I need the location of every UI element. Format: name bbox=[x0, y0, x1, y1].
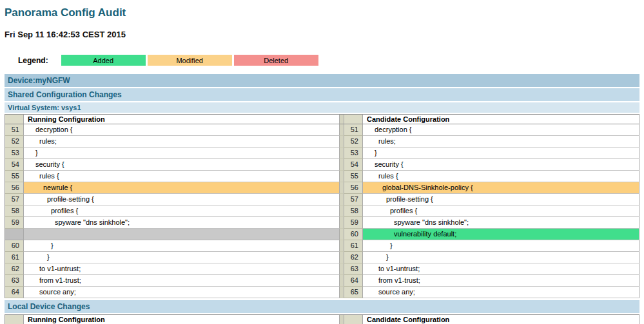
running-config-header: Running Configuration bbox=[24, 115, 340, 124]
column-separator bbox=[340, 217, 344, 229]
line-number-header bbox=[344, 115, 363, 124]
line-number-header bbox=[5, 115, 24, 124]
legend-label: Legend: bbox=[18, 56, 48, 65]
config-line: source any; bbox=[363, 287, 639, 298]
config-line: rules; bbox=[363, 136, 639, 148]
column-separator bbox=[340, 194, 344, 205]
config-line bbox=[24, 229, 340, 240]
column-separator bbox=[340, 115, 344, 124]
line-number: 52 bbox=[5, 136, 24, 148]
line-number: 63 bbox=[5, 275, 24, 287]
shared-config-changes-bar: Shared Configuration Changes bbox=[5, 88, 639, 101]
config-line: global-DNS-Sinkhole-policy { bbox=[363, 182, 639, 194]
local-device-changes-bar: Local Device Changes bbox=[5, 300, 639, 313]
config-line: } bbox=[24, 252, 340, 263]
line-number: 58 bbox=[5, 205, 24, 217]
line-number: 57 bbox=[5, 194, 24, 205]
config-line: profiles { bbox=[24, 205, 340, 217]
config-line: security { bbox=[363, 159, 639, 171]
page-title: Panorama Config Audit bbox=[5, 6, 639, 19]
column-separator bbox=[340, 205, 344, 217]
column-separator bbox=[340, 315, 344, 324]
config-line: vulnerability default; bbox=[363, 229, 639, 240]
config-line: decryption { bbox=[363, 124, 639, 136]
column-separator bbox=[340, 171, 344, 182]
panorama-config-audit-page: Panorama Config Audit Fri Sep 11 16:42:5… bbox=[0, 0, 644, 324]
legend-swatches: AddedModifiedDeleted bbox=[61, 55, 318, 66]
line-number-header bbox=[344, 315, 363, 324]
column-separator bbox=[340, 240, 344, 252]
config-line: to v1-untrust; bbox=[363, 263, 639, 275]
column-separator bbox=[340, 252, 344, 263]
column-separator bbox=[340, 148, 344, 159]
shared-config-diff-table: Running ConfigurationCandidate Configura… bbox=[5, 114, 639, 298]
line-number: 63 bbox=[344, 263, 363, 275]
config-line: profile-setting { bbox=[363, 194, 639, 205]
line-number: 56 bbox=[344, 182, 363, 194]
config-line: decryption { bbox=[24, 124, 340, 136]
line-number: 59 bbox=[5, 217, 24, 229]
line-number: 60 bbox=[344, 229, 363, 240]
device-header-bar: Device:myNGFW bbox=[5, 74, 639, 87]
config-line: } bbox=[24, 240, 340, 252]
config-line: to v1-untrust; bbox=[24, 263, 340, 275]
column-separator bbox=[340, 287, 344, 298]
line-number: 65 bbox=[344, 287, 363, 298]
line-number: 55 bbox=[344, 171, 363, 182]
config-line: } bbox=[363, 148, 639, 159]
config-line: } bbox=[24, 148, 340, 159]
legend-modified-swatch: Modified bbox=[148, 55, 232, 66]
candidate-config-header: Candidate Configuration bbox=[363, 315, 639, 324]
line-number-header bbox=[5, 315, 24, 324]
line-number bbox=[5, 229, 24, 240]
config-line: security { bbox=[24, 159, 340, 171]
line-number: 61 bbox=[344, 240, 363, 252]
config-line: } bbox=[363, 240, 639, 252]
column-separator bbox=[340, 263, 344, 275]
line-number: 51 bbox=[5, 124, 24, 136]
column-separator bbox=[340, 275, 344, 287]
column-separator bbox=[340, 124, 344, 136]
config-line: source any; bbox=[24, 287, 340, 298]
line-number: 62 bbox=[344, 252, 363, 263]
config-line: rules { bbox=[363, 171, 639, 182]
config-line: profiles { bbox=[363, 205, 639, 217]
column-separator bbox=[340, 136, 344, 148]
config-line: spyware "dns sinkhole"; bbox=[24, 217, 340, 229]
legend-deleted-swatch: Deleted bbox=[234, 55, 318, 66]
line-number: 55 bbox=[5, 171, 24, 182]
line-number: 56 bbox=[5, 182, 24, 194]
line-number: 54 bbox=[5, 159, 24, 171]
column-separator bbox=[340, 159, 344, 171]
config-line: profile-setting { bbox=[24, 194, 340, 205]
line-number: 64 bbox=[344, 275, 363, 287]
column-separator bbox=[340, 229, 344, 240]
line-number: 62 bbox=[5, 263, 24, 275]
config-line: spyware "dns sinkhole"; bbox=[363, 217, 639, 229]
config-line: } bbox=[363, 252, 639, 263]
local-device-diff-table: Running ConfigurationCandidate Configura… bbox=[5, 314, 639, 324]
config-line: from v1-trust; bbox=[363, 275, 639, 287]
line-number: 61 bbox=[5, 252, 24, 263]
config-line: rules { bbox=[24, 171, 340, 182]
line-number: 59 bbox=[344, 217, 363, 229]
candidate-config-header: Candidate Configuration bbox=[363, 115, 639, 124]
line-number: 64 bbox=[5, 287, 24, 298]
report-timestamp: Fri Sep 11 16:42:53 CEST 2015 bbox=[5, 30, 639, 39]
legend-added-swatch: Added bbox=[61, 55, 146, 66]
line-number: 54 bbox=[344, 159, 363, 171]
config-line: rules; bbox=[24, 136, 340, 148]
line-number: 53 bbox=[344, 148, 363, 159]
running-config-header: Running Configuration bbox=[24, 315, 340, 324]
column-separator bbox=[340, 182, 344, 194]
line-number: 51 bbox=[344, 124, 363, 136]
virtual-system-bar: Virtual System: vsys1 bbox=[5, 102, 639, 113]
config-line: newrule { bbox=[24, 182, 340, 194]
line-number: 57 bbox=[344, 194, 363, 205]
line-number: 60 bbox=[5, 240, 24, 252]
config-line: from v1-trust; bbox=[24, 275, 340, 287]
line-number: 58 bbox=[344, 205, 363, 217]
line-number: 52 bbox=[344, 136, 363, 148]
legend: Legend: AddedModifiedDeleted bbox=[18, 55, 639, 66]
line-number: 53 bbox=[5, 148, 24, 159]
